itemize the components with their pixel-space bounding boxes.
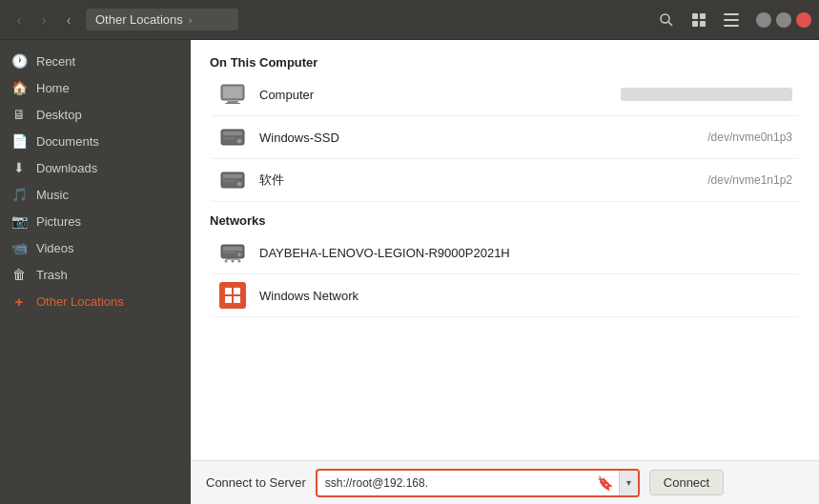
titlebar-actions [653, 7, 745, 33]
windows-network-icon [217, 280, 248, 311]
windows-logo [219, 282, 246, 309]
maximize-button[interactable] [776, 12, 791, 28]
software-name: 软件 [259, 171, 696, 189]
recent-icon: 🕐 [11, 53, 27, 69]
section-on-this-computer: On This Computer [210, 55, 800, 70]
connect-bar: Connect to Server 🔖 ▾ Connect [191, 460, 819, 504]
connect-dropdown[interactable]: ▾ [619, 471, 638, 495]
location-row-network-drive[interactable]: DAYBEHA-LENOVO-LEGION-R9000P2021H [210, 232, 800, 274]
search-button[interactable] [653, 7, 680, 33]
svg-point-23 [237, 252, 241, 256]
close-button[interactable] [796, 12, 811, 28]
breadcrumb: Other Locations › [86, 9, 238, 30]
bookmark-icon[interactable]: 🔖 [591, 475, 619, 491]
network-drive-name: DAYBEHA-LENOVO-LEGION-R9000P2021H [259, 246, 792, 260]
trash-icon: 🗑 [11, 267, 27, 282]
minimize-button[interactable] [756, 12, 771, 28]
forward-button[interactable]: › [32, 9, 55, 31]
windows-network-name: Windows Network [259, 289, 792, 303]
svg-point-27 [232, 260, 235, 263]
connect-label: Connect to Server [206, 475, 306, 490]
computer-blurred [621, 88, 792, 101]
sidebar-item-recent[interactable]: 🕐 Recent [0, 48, 191, 74]
location-row-computer[interactable]: Computer [210, 73, 800, 116]
svg-point-0 [661, 14, 669, 23]
location-row-windows-ssd[interactable]: Windows-SSD /dev/nvme0n1p3 [210, 116, 800, 159]
svg-line-1 [668, 22, 672, 26]
sidebar-item-trash[interactable]: 🗑 Trash [0, 261, 191, 288]
sidebar-item-videos[interactable]: 📹 Videos [0, 234, 191, 261]
sidebar-label-music: Music [36, 188, 69, 202]
menu-button[interactable] [718, 7, 745, 33]
windows-ssd-name: Windows-SSD [259, 131, 696, 145]
connect-button[interactable]: Connect [649, 470, 724, 495]
svg-rect-6 [724, 13, 739, 15]
sidebar-label-documents: Documents [36, 134, 99, 149]
svg-point-15 [237, 139, 242, 144]
sidebar-item-music[interactable]: 🎵 Music [0, 181, 191, 208]
svg-rect-7 [724, 19, 739, 21]
content-area: On This Computer Computer [191, 40, 819, 504]
back-button[interactable]: ‹ [8, 9, 31, 31]
sidebar-item-documents[interactable]: 📄 Documents [0, 128, 191, 154]
svg-rect-4 [692, 21, 698, 27]
sidebar-label-desktop: Desktop [36, 108, 82, 122]
svg-rect-3 [700, 13, 706, 19]
svg-point-19 [237, 182, 242, 187]
svg-rect-24 [223, 252, 235, 253]
location-row-software[interactable]: 软件 /dev/nvme1n1p2 [210, 159, 800, 202]
svg-rect-12 [225, 103, 240, 104]
content-scroll: On This Computer Computer [191, 40, 819, 460]
sidebar-label-trash: Trash [36, 268, 68, 282]
svg-rect-10 [223, 87, 242, 98]
software-drive-icon [217, 165, 248, 195]
sidebar-item-pictures[interactable]: 📷 Pictures [0, 208, 191, 234]
sidebar: 🕐 Recent 🏠 Home 🖥 Desktop 📄 Documents ⬇ … [0, 40, 191, 504]
pictures-icon: 📷 [11, 213, 27, 229]
add-icon: + [11, 293, 27, 309]
windows-ssd-path: /dev/nvme0n1p3 [707, 131, 792, 144]
videos-icon: 📹 [11, 240, 27, 255]
sidebar-item-desktop[interactable]: 🖥 Desktop [0, 101, 191, 128]
breadcrumb-arrow: › [189, 14, 193, 26]
sidebar-label-downloads: Downloads [36, 161, 97, 175]
svg-rect-22 [223, 247, 242, 251]
windows-ssd-icon [217, 122, 248, 152]
svg-rect-30 [234, 288, 240, 294]
sidebar-item-home[interactable]: 🏠 Home [0, 74, 191, 101]
computer-name: Computer [259, 88, 609, 102]
connect-input-area[interactable]: 🔖 ▾ [316, 469, 640, 497]
hamburger-icon [724, 13, 739, 27]
network-drive-icon [217, 237, 248, 268]
computer-drive-icon [217, 79, 248, 110]
home-icon: 🏠 [11, 80, 27, 95]
search-icon [659, 12, 674, 28]
view-toggle-button[interactable] [686, 7, 712, 33]
breadcrumb-label: Other Locations [95, 12, 183, 27]
svg-rect-11 [227, 101, 238, 103]
sidebar-label-other-locations: Other Locations [36, 294, 124, 309]
nav-buttons: ‹ › ‹ [8, 9, 80, 31]
main-container: 🕐 Recent 🏠 Home 🖥 Desktop 📄 Documents ⬇ … [0, 40, 819, 504]
location-row-windows-network[interactable]: Windows Network [210, 274, 800, 317]
titlebar: ‹ › ‹ Other Locations › [0, 0, 819, 40]
window-controls [756, 12, 811, 28]
svg-rect-5 [700, 21, 706, 27]
up-button[interactable]: ‹ [57, 9, 80, 31]
software-path: /dev/nvme1n1p2 [707, 173, 792, 187]
sidebar-label-videos: Videos [36, 241, 74, 255]
connect-input[interactable] [317, 473, 591, 494]
sidebar-item-other-locations[interactable]: + Other Locations [0, 288, 191, 314]
svg-rect-18 [223, 174, 242, 178]
documents-icon: 📄 [11, 133, 27, 149]
desktop-icon: 🖥 [11, 107, 27, 122]
sidebar-item-downloads[interactable]: ⬇ Downloads [0, 154, 191, 181]
svg-rect-29 [225, 288, 232, 294]
svg-rect-20 [223, 180, 235, 182]
svg-point-26 [225, 260, 228, 263]
svg-rect-32 [234, 296, 240, 303]
svg-rect-2 [692, 13, 698, 19]
sidebar-label-recent: Recent [36, 54, 75, 69]
downloads-icon: ⬇ [11, 160, 27, 175]
svg-rect-8 [724, 25, 739, 27]
